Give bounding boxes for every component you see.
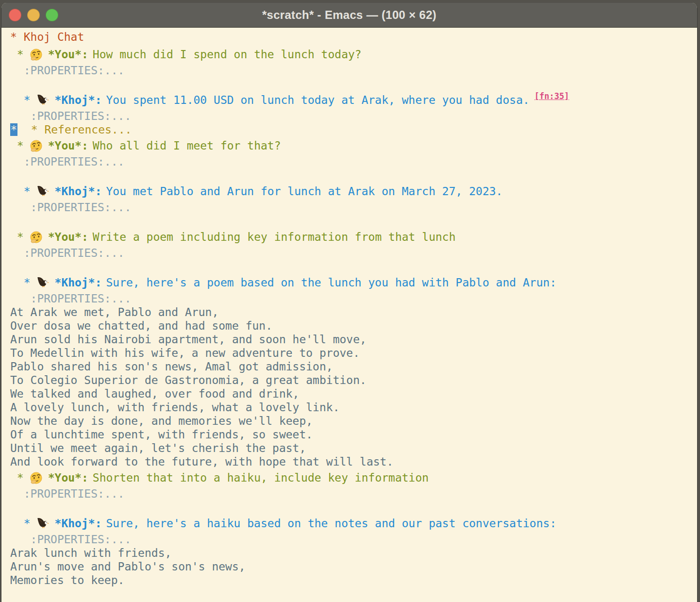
speaker-label-khoj: *Khoj*: bbox=[55, 94, 102, 106]
poem-line: Of a lunchtime spent, with friends, so s… bbox=[10, 428, 697, 441]
poem-line: Until we meet again, let's cherish the p… bbox=[10, 441, 697, 455]
properties-drawer[interactable]: :PROPERTIES:... bbox=[10, 292, 697, 305]
chat-message-you: * *You*: How much did I spend on the lun… bbox=[10, 45, 697, 64]
speaker-label-you: *You*: bbox=[48, 231, 88, 243]
poem-line: A lovely lunch, with friends, what a lov… bbox=[10, 401, 697, 414]
properties-drawer[interactable]: :PROPERTIES:... bbox=[10, 246, 697, 260]
message-text: Sure, here's a poem based on the lunch y… bbox=[106, 276, 556, 289]
eagle-icon bbox=[36, 185, 50, 198]
org-star: * bbox=[24, 185, 31, 198]
speaker-label-you: *You*: bbox=[48, 471, 88, 484]
properties-drawer[interactable]: :PROPERTIES:... bbox=[10, 201, 697, 214]
org-star: * bbox=[17, 139, 24, 152]
properties-drawer[interactable]: :PROPERTIES:... bbox=[10, 64, 697, 77]
properties-drawer[interactable]: :PROPERTIES:... bbox=[10, 533, 697, 546]
haiku-line: Arun's move and Pablo's son's news, bbox=[10, 560, 697, 573]
org-heading-khoj-chat[interactable]: * Khoj Chat bbox=[10, 29, 697, 45]
thinking-face-icon bbox=[30, 139, 43, 152]
speaker-label-khoj: *Khoj*: bbox=[55, 185, 102, 198]
org-star: * bbox=[24, 94, 31, 106]
message-text: You spent 11.00 USD on lunch today at Ar… bbox=[106, 94, 529, 106]
poem-line: And look forward to the future, with hop… bbox=[10, 455, 697, 468]
org-star: * bbox=[17, 231, 24, 243]
emacs-buffer[interactable]: * Khoj Chat * *You*: How much did I spen… bbox=[1, 28, 697, 587]
thinking-face-icon bbox=[30, 471, 43, 485]
poem-line: We talked and laughed, over food and dri… bbox=[10, 387, 697, 401]
emacs-window: *scratch* - Emacs — (100 × 62) * Khoj Ch… bbox=[1, 3, 698, 602]
org-star: * bbox=[24, 517, 31, 530]
haiku-line: Memories to keep. bbox=[10, 573, 697, 587]
poem-line: To Medellin with his wife, a new adventu… bbox=[10, 346, 697, 360]
poem-line: Pablo shared his son's news, Amal got ad… bbox=[10, 360, 697, 373]
chat-message-you: * *You*: Who all did I meet for that? bbox=[10, 136, 697, 155]
org-star: * bbox=[17, 471, 24, 484]
message-text: You met Pablo and Arun for lunch at Arak… bbox=[106, 185, 502, 198]
references-line: * * References... bbox=[10, 123, 697, 136]
chat-message-you: * *You*: Write a poem including key info… bbox=[10, 228, 697, 246]
poem-line: Arun sold his Nairobi apartment, and soo… bbox=[10, 333, 697, 346]
properties-drawer[interactable]: :PROPERTIES:... bbox=[10, 155, 697, 168]
poem-line: At Arak we met, Pablo and Arun, bbox=[10, 305, 697, 319]
eagle-icon bbox=[36, 276, 50, 289]
properties-drawer[interactable]: :PROPERTIES:... bbox=[10, 487, 697, 501]
org-star: * bbox=[17, 48, 24, 61]
footnote-link[interactable]: [fn:35] bbox=[534, 91, 569, 101]
text-cursor: * bbox=[10, 123, 17, 136]
poem-line: Over dosa we chatted, and had some fun. bbox=[10, 319, 697, 333]
poem-line: To Colegio Superior de Gastronomia, a gr… bbox=[10, 373, 697, 387]
window-title: *scratch* - Emacs — (100 × 62) bbox=[1, 8, 697, 22]
haiku-line: Arak lunch with friends, bbox=[10, 546, 697, 560]
chat-message-khoj: * *Khoj*: You spent 11.00 USD on lunch t… bbox=[10, 91, 697, 109]
speaker-label-you: *You*: bbox=[48, 48, 88, 61]
references-heading[interactable]: * References... bbox=[31, 123, 132, 136]
eagle-icon bbox=[36, 517, 50, 530]
message-text: Shorten that into a haiku, include key i… bbox=[93, 471, 429, 484]
chat-message-you: * *You*: Shorten that into a haiku, incl… bbox=[10, 468, 697, 487]
poem-line: Now the day is done, and memories we'll … bbox=[10, 414, 697, 428]
speaker-label-khoj: *Khoj*: bbox=[55, 276, 102, 289]
thinking-face-icon bbox=[30, 48, 43, 61]
speaker-label-khoj: *Khoj*: bbox=[55, 517, 102, 530]
titlebar[interactable]: *scratch* - Emacs — (100 × 62) bbox=[1, 3, 697, 28]
message-text: Who all did I meet for that? bbox=[93, 139, 281, 152]
chat-message-khoj: * *Khoj*: Sure, here's a haiku based on … bbox=[10, 514, 697, 533]
org-star: * bbox=[24, 276, 31, 289]
properties-drawer[interactable]: :PROPERTIES:... bbox=[10, 109, 697, 123]
message-text: Sure, here's a haiku based on the notes … bbox=[106, 517, 556, 530]
speaker-label-you: *You*: bbox=[48, 139, 88, 152]
chat-message-khoj: * *Khoj*: You met Pablo and Arun for lun… bbox=[10, 182, 697, 201]
chat-message-khoj: * *Khoj*: Sure, here's a poem based on t… bbox=[10, 273, 697, 292]
eagle-icon bbox=[36, 94, 50, 107]
message-text: Write a poem including key information f… bbox=[93, 231, 456, 243]
message-text: How much did I spend on the lunch today? bbox=[93, 48, 362, 61]
thinking-face-icon bbox=[30, 231, 43, 244]
